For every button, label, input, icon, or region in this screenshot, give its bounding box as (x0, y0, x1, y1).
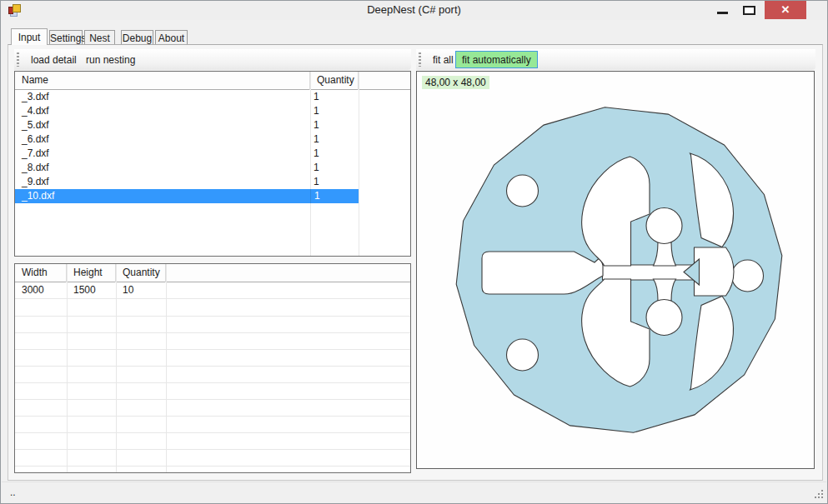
table-row[interactable]: _7.dxf1 (15, 147, 410, 161)
part-drawing (417, 72, 814, 468)
maximize-icon (743, 6, 755, 15)
tab-about[interactable]: About (155, 30, 188, 44)
table-row[interactable]: _8.dxf1 (15, 161, 410, 175)
column-header-width[interactable]: Width (15, 264, 67, 282)
status-text: .. (10, 487, 16, 498)
column-header-name[interactable]: Name (15, 72, 310, 90)
part-quantity-cell[interactable]: 1 (310, 104, 359, 118)
part-name-cell[interactable]: _7.dxf (15, 147, 310, 161)
part-hole (507, 339, 539, 371)
table-row[interactable]: _10.dxf1 (15, 189, 410, 203)
part-center-circle (646, 300, 682, 336)
part-name-cell[interactable]: _5.dxf (15, 118, 310, 132)
part-hole (732, 260, 764, 292)
part-center-circle (646, 208, 682, 244)
app-window: DeepNest (C# port) ✕ Input Settings Nest… (0, 0, 828, 504)
part-quantity-cell[interactable]: 1 (310, 118, 359, 132)
preview-canvas[interactable]: 48,00 x 48,00 (416, 71, 815, 469)
part-name-cell[interactable]: _8.dxf (15, 161, 310, 175)
sheet-width-cell[interactable]: 3000 (15, 282, 44, 298)
tab-settings[interactable]: Settings (49, 30, 83, 44)
part-name-cell[interactable]: _10.dxf (15, 189, 310, 203)
part-name-cell[interactable]: _4.dxf (15, 104, 310, 118)
table-row[interactable]: _9.dxf1 (15, 175, 410, 189)
minimize-icon (717, 12, 728, 14)
toolbar-gripper-icon[interactable] (419, 52, 421, 67)
fit-automatically-button[interactable]: fit automatically (455, 51, 538, 68)
table-row[interactable]: _3.dxf1 (15, 90, 410, 104)
part-name-cell[interactable]: _6.dxf (15, 132, 310, 147)
part-quantity-cell[interactable]: 1 (310, 161, 359, 175)
maximize-button[interactable] (737, 1, 762, 19)
sheet-quantity-cell[interactable]: 10 (116, 282, 133, 298)
part-quantity-cell[interactable]: 1 (310, 175, 359, 189)
close-button[interactable]: ✕ (765, 1, 806, 19)
sheets-grid-rows: 3000150010 (15, 282, 410, 299)
tab-input[interactable]: Input (11, 28, 48, 45)
toolbar-gripper-icon[interactable] (17, 52, 19, 67)
sheets-grid: Width Height Quantity 3000150010 (14, 263, 411, 473)
sheet-height-cell[interactable]: 1500 (67, 282, 96, 298)
table-row[interactable]: 3000150010 (15, 282, 410, 299)
minimize-button[interactable] (710, 1, 735, 19)
resize-grip-icon[interactable] (814, 489, 824, 499)
parts-grid: Name Quantity _3.dxf1_4.dxf1_5.dxf1_6.dx… (14, 71, 411, 257)
part-quantity-cell[interactable]: 1 (310, 189, 359, 203)
status-bar: .. (2, 482, 826, 502)
part-quantity-cell[interactable]: 1 (310, 90, 359, 104)
load-detail-button[interactable]: load detail (24, 51, 83, 68)
empty-grid-lines (15, 300, 410, 472)
column-header-height[interactable]: Height (67, 264, 116, 282)
run-nesting-button[interactable]: run nesting (79, 51, 142, 68)
tab-strip: Input Settings Nest Debug About (8, 28, 821, 44)
column-header-quantity[interactable]: Quantity (310, 72, 359, 90)
tab-debug[interactable]: Debug (121, 30, 153, 44)
part-name-cell[interactable]: _3.dxf (15, 90, 310, 104)
tab-nest[interactable]: Nest (84, 30, 115, 44)
column-header-quantity[interactable]: Quantity (116, 264, 166, 282)
parts-grid-rows: _3.dxf1_4.dxf1_5.dxf1_6.dxf1_7.dxf1_8.dx… (15, 90, 410, 203)
table-row[interactable]: _4.dxf1 (15, 104, 410, 118)
sheets-grid-header: Width Height Quantity (15, 264, 410, 282)
part-hole (507, 175, 539, 207)
titlebar: DeepNest (C# port) ✕ (1, 1, 827, 20)
parts-toolbar: load detail run nesting (14, 49, 411, 70)
part-name-cell[interactable]: _9.dxf (15, 175, 310, 189)
preview-toolbar: fit all fit automatically (416, 49, 815, 70)
table-row[interactable]: _6.dxf1 (15, 132, 410, 147)
parts-grid-header: Name Quantity (15, 72, 410, 90)
window-title: DeepNest (C# port) (1, 3, 827, 16)
table-row[interactable]: _5.dxf1 (15, 118, 410, 132)
part-size-label: 48,00 x 48,00 (422, 76, 489, 89)
part-quantity-cell[interactable]: 1 (310, 132, 359, 147)
part-quantity-cell[interactable]: 1 (310, 147, 359, 161)
